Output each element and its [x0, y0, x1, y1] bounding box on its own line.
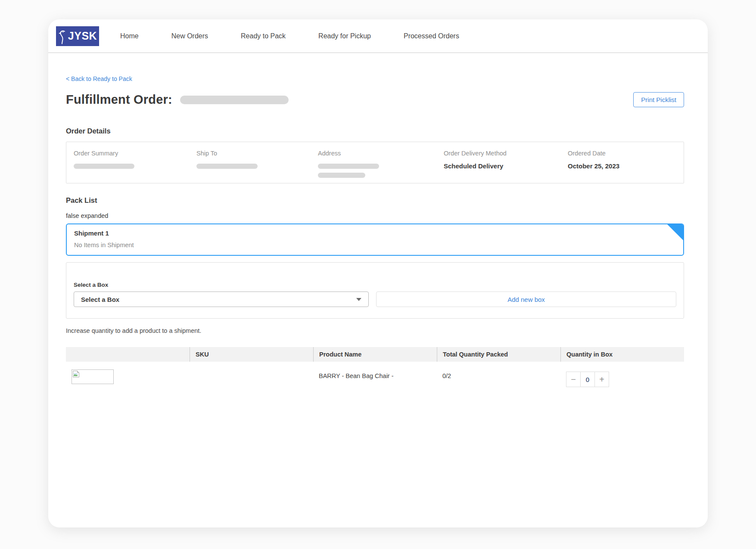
- jysk-logo[interactable]: JYSK: [56, 26, 99, 46]
- pack-list-heading: Pack List: [66, 196, 684, 205]
- dropdown-selected-value: Select a Box: [81, 296, 119, 303]
- address-placeholder-line2: [318, 173, 365, 178]
- corner-fold-accent: [667, 224, 683, 240]
- top-navigation: JYSK Home New Orders Ready to Pack Ready…: [48, 19, 708, 53]
- nav-item-home[interactable]: Home: [120, 32, 139, 40]
- field-ordered-date: Ordered Date October 25, 2023: [568, 150, 684, 183]
- field-ship-to: Ship To: [196, 150, 318, 183]
- shipment-card[interactable]: Shipment 1 No Items in Shipment: [66, 223, 684, 256]
- delivery-method-value: Scheduled Delivery: [444, 162, 568, 170]
- nav-items: Home New Orders Ready to Pack Ready for …: [120, 32, 459, 40]
- expanded-state-text: false expanded: [66, 212, 684, 219]
- quantity-input[interactable]: 0: [580, 372, 595, 387]
- field-order-summary: Order Summary: [74, 150, 196, 183]
- print-picklist-button[interactable]: Print Picklist: [633, 92, 684, 107]
- select-a-box-label: Select a Box: [74, 282, 676, 288]
- column-header-quantity-in-box: Quantity in Box: [560, 347, 684, 362]
- order-number-placeholder: [180, 96, 289, 104]
- table-row: BARRY - Bean Bag Chair - 0/2 − 0 +: [66, 362, 684, 387]
- field-label: Ordered Date: [568, 150, 684, 157]
- column-header-image: [66, 347, 190, 362]
- broken-image-icon: [72, 372, 80, 379]
- shipment-title: Shipment 1: [74, 230, 683, 237]
- order-details-box: Order Summary Ship To Address Order Deli…: [66, 142, 684, 183]
- nav-item-processed-orders[interactable]: Processed Orders: [404, 32, 459, 40]
- jysk-goose-icon: [58, 28, 68, 45]
- quantity-stepper: − 0 +: [566, 372, 609, 387]
- column-header-sku: SKU: [190, 347, 313, 362]
- address-placeholder-line1: [318, 164, 379, 169]
- field-delivery-method: Order Delivery Method Scheduled Delivery: [444, 150, 568, 183]
- order-summary-placeholder: [74, 164, 134, 169]
- field-label: Order Delivery Method: [444, 150, 568, 157]
- field-label: Ship To: [196, 150, 318, 157]
- shipment-empty-text: No Items in Shipment: [74, 242, 683, 248]
- caret-down-icon: [356, 298, 361, 301]
- back-to-ready-to-pack-link[interactable]: < Back to Ready to Pack: [66, 75, 132, 82]
- total-quantity-packed: 0/2: [442, 372, 560, 379]
- title-row: Fulfillment Order: Print Picklist: [66, 92, 684, 107]
- column-header-product-name: Product Name: [313, 347, 437, 362]
- field-address: Address: [318, 150, 444, 183]
- nav-item-ready-for-pickup[interactable]: Ready for Pickup: [318, 32, 371, 40]
- nav-item-ready-to-pack[interactable]: Ready to Pack: [241, 32, 286, 40]
- table-header: SKU Product Name Total Quantity Packed Q…: [66, 347, 684, 362]
- box-select-container: Select a Box Select a Box Add new box: [66, 262, 684, 319]
- field-label: Order Summary: [74, 150, 196, 157]
- page-title: Fulfillment Order:: [66, 93, 172, 107]
- ordered-date-value: October 25, 2023: [568, 162, 684, 170]
- main-card: JYSK Home New Orders Ready to Pack Ready…: [48, 19, 708, 527]
- column-header-total-quantity-packed: Total Quantity Packed: [437, 347, 560, 362]
- order-details-heading: Order Details: [66, 127, 684, 135]
- add-new-box-button[interactable]: Add new box: [376, 292, 676, 307]
- field-label: Address: [318, 150, 444, 157]
- products-table: SKU Product Name Total Quantity Packed Q…: [66, 347, 684, 387]
- increase-quantity-button[interactable]: +: [594, 372, 609, 387]
- product-name: BARRY - Bean Bag Chair -: [319, 372, 437, 379]
- product-image-broken: [72, 369, 114, 384]
- logo-text: JYSK: [68, 30, 97, 42]
- increase-quantity-hint: Increase quantity to add a product to a …: [66, 327, 684, 334]
- ship-to-placeholder: [196, 164, 258, 169]
- nav-item-new-orders[interactable]: New Orders: [171, 32, 208, 40]
- decrease-quantity-button[interactable]: −: [566, 372, 581, 387]
- select-a-box-dropdown[interactable]: Select a Box: [74, 292, 369, 307]
